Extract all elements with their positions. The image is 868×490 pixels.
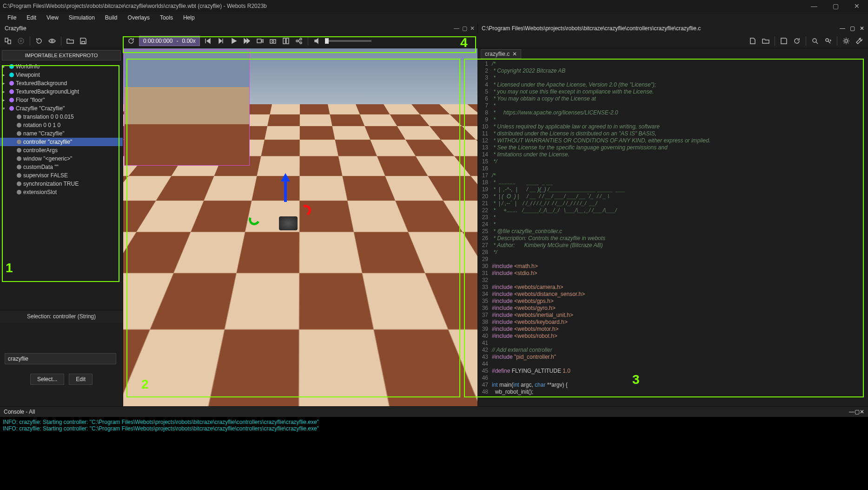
3d-view[interactable] <box>123 48 477 406</box>
menu-simulation[interactable]: Simulation <box>64 13 99 22</box>
editor-close-icon[interactable]: ✕ <box>860 25 864 32</box>
editor-maximize-icon[interactable]: ▢ <box>850 25 855 32</box>
screenshot-icon[interactable] <box>268 36 278 46</box>
code-line[interactable]: 22 * +....... /_____/_/\__/_/ \___/\__,_… <box>478 207 868 214</box>
open-file-icon[interactable] <box>761 36 771 46</box>
importable-externproto-button[interactable]: IMPORTABLE EXTERNPROTO <box>2 50 121 60</box>
disclosure-icon[interactable]: ▾ <box>3 106 7 111</box>
code-line[interactable]: 31#include <stdio.h> <box>478 270 868 277</box>
code-line[interactable]: 7 * <box>478 102 868 109</box>
code-line[interactable]: 21 * | / ,--´ | / /_/ / / /_/ / / /__/ /… <box>478 200 868 207</box>
console-close-icon[interactable]: ✕ <box>860 409 864 415</box>
menu-edit[interactable]: Edit <box>22 13 41 22</box>
tree-item[interactable]: name "Crazyflie" <box>0 129 123 138</box>
code-line[interactable]: 14 * limitations under the License. <box>478 151 868 158</box>
tree-item[interactable]: controllerArgs <box>0 146 123 154</box>
tree-item[interactable]: window "<generic>" <box>0 154 123 163</box>
code-line[interactable]: 37#include <webots/inertial_unit.h> <box>478 312 868 319</box>
code-line[interactable]: 16 <box>478 165 868 172</box>
pane-maximize-icon[interactable]: ▢ <box>462 25 467 32</box>
sound-icon[interactable] <box>312 36 322 46</box>
close-tab-icon[interactable]: ✕ <box>512 51 517 57</box>
code-line[interactable]: 28 */ <box>478 249 868 256</box>
code-line[interactable]: 41 <box>478 340 868 347</box>
perspective-icon[interactable] <box>281 36 291 46</box>
find-icon[interactable] <box>810 36 820 46</box>
tree-item[interactable]: extensionSlot <box>0 188 123 196</box>
code-line[interactable]: 8 * https://www.apache.org/licenses/LICE… <box>478 109 868 116</box>
crazyflie-robot[interactable] <box>279 216 298 230</box>
code-line[interactable]: 46 <box>478 375 868 382</box>
step-back-icon[interactable] <box>203 36 213 46</box>
tree-item[interactable]: synchronization TRUE <box>0 180 123 188</box>
scene-tree[interactable]: ▸WorldInfo▸Viewpoint▸TexturedBackground▸… <box>0 62 123 310</box>
volume-slider[interactable] <box>325 40 371 42</box>
code-line[interactable]: 26 * Description: Controls the crazyflie… <box>478 235 868 242</box>
code-line[interactable]: 5 * you may not use this file except in … <box>478 88 868 95</box>
tree-item[interactable]: translation 0 0 0.015 <box>0 113 123 121</box>
console-output[interactable]: INFO: crazyflie: Starting controller: "C… <box>0 417 868 490</box>
tree-item[interactable]: ▸TexturedBackground <box>0 79 123 87</box>
close-button[interactable]: ✕ <box>848 2 865 10</box>
code-line[interactable]: 1/* <box>478 60 868 67</box>
eye-icon[interactable] <box>47 36 57 46</box>
fast-forward-icon[interactable] <box>242 36 252 46</box>
code-line[interactable]: 39#include <webots/motor.h> <box>478 326 868 333</box>
tree-item[interactable]: ▸TexturedBackgroundLight <box>0 87 123 96</box>
code-area[interactable]: 1/*2 * Copyright 2022 Bitcraze AB3 *4 * … <box>478 60 868 406</box>
code-line[interactable]: 24 * <box>478 221 868 228</box>
controller-value-input[interactable] <box>5 353 116 364</box>
tree-item[interactable]: rotation 0 0 1 0 <box>0 121 123 129</box>
code-line[interactable]: 43#include "pid_controller.h" <box>478 354 868 361</box>
code-line[interactable]: 13 * See the License for the specific la… <box>478 144 868 151</box>
new-node-icon[interactable] <box>3 36 13 46</box>
find-replace-icon[interactable] <box>823 36 833 46</box>
open-icon[interactable] <box>65 36 75 46</box>
pane-close-icon[interactable]: ✕ <box>470 25 475 32</box>
menu-view[interactable]: View <box>42 13 63 22</box>
code-line[interactable]: 42// Add external controller <box>478 347 868 354</box>
tree-item[interactable]: ▸WorldInfo <box>0 62 123 71</box>
menu-build[interactable]: Build <box>100 13 122 22</box>
code-line[interactable]: 29 <box>478 256 868 263</box>
code-line[interactable]: 3 * <box>478 74 868 81</box>
menu-overlays[interactable]: Overlays <box>123 13 154 22</box>
tree-item[interactable]: ▸Viewpoint <box>0 71 123 79</box>
tree-item[interactable]: controller "crazyflie" <box>0 138 123 146</box>
code-line[interactable]: 44 <box>478 361 868 368</box>
play-icon[interactable] <box>229 36 239 46</box>
minimize-button[interactable]: — <box>806 2 822 10</box>
reload-file-icon[interactable] <box>792 36 802 46</box>
maximize-button[interactable]: ▢ <box>827 2 844 10</box>
editor-minimize-icon[interactable]: — <box>840 25 845 32</box>
code-line[interactable]: 19 * | ,-^-, | / __ )(_) /______________… <box>478 186 868 193</box>
code-line[interactable]: 35#include <webots/gps.h> <box>478 298 868 305</box>
code-line[interactable]: 36#include <webots/gyro.h> <box>478 305 868 312</box>
code-line[interactable]: 17/* <box>478 172 868 179</box>
pane-minimize-icon[interactable]: — <box>454 25 459 32</box>
code-line[interactable]: 30#include <math.h> <box>478 263 868 270</box>
code-line[interactable]: 15 */ <box>478 158 868 165</box>
code-line[interactable]: 40#include <webots/robot.h> <box>478 333 868 340</box>
menu-file[interactable]: File <box>3 13 21 22</box>
disclosure-icon[interactable]: ▸ <box>3 98 7 102</box>
code-line[interactable]: 32 <box>478 277 868 284</box>
save-file-icon[interactable] <box>779 36 789 46</box>
record-movie-icon[interactable] <box>255 36 265 46</box>
edit-button[interactable]: Edit <box>69 374 93 385</box>
tree-item[interactable]: ▸Floor "floor" <box>0 96 123 104</box>
code-line[interactable]: 47int main(int argc, char **argv) { <box>478 382 868 389</box>
code-line[interactable]: 2 * Copyright 2022 Bitcraze AB <box>478 67 868 74</box>
code-line[interactable]: 18 * ........... ____ _ __ <box>478 179 868 186</box>
code-line[interactable]: 45#define FLYING_ALTITUDE 1.0 <box>478 368 868 375</box>
reload-icon[interactable] <box>126 36 136 46</box>
code-line[interactable]: 20 * | ( O ) | / __ / / __/ ___/ ___/ __… <box>478 193 868 200</box>
select-button[interactable]: Select... <box>30 374 64 385</box>
code-line[interactable]: 34#include <webots/distance_sensor.h> <box>478 291 868 298</box>
console-minimize-icon[interactable]: — <box>849 409 855 415</box>
step-icon[interactable] <box>216 36 226 46</box>
code-line[interactable]: 23 * <box>478 214 868 221</box>
code-line[interactable]: 25 * @file crazyflie_controller.c <box>478 228 868 235</box>
camera-overlay[interactable] <box>124 49 250 166</box>
editor-tab[interactable]: crazyflie.c ✕ <box>481 49 521 59</box>
